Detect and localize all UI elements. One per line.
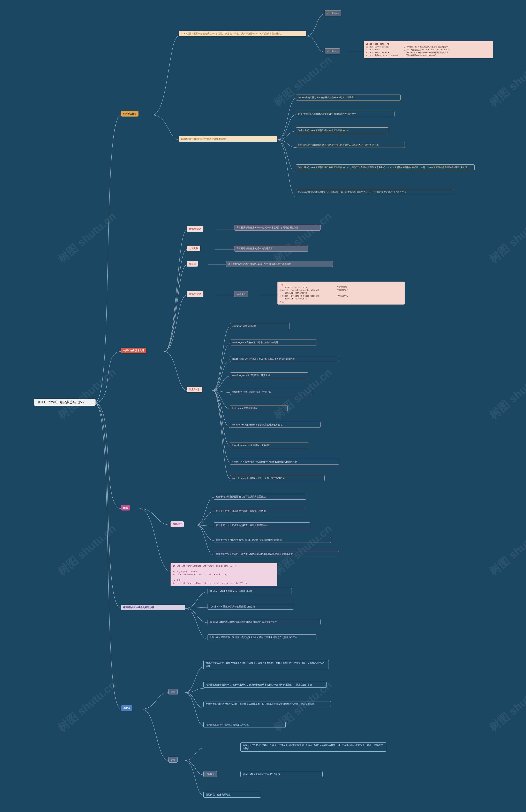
node-sizeof-code: Sales_data data, *p; sizeof(Sales_data);… — [364, 41, 493, 58]
node-compiler-s3[interactable]: 将 inline 函数的输入参数和返回值映射到调用方法的局部变量空间中 — [207, 619, 321, 625]
node-con-3[interactable]: 是否内联，程序员不可控 — [203, 792, 261, 798]
node-pro-2[interactable]: 内联函数相比宏函数来说，在代码展开时，会做安全检查或自动类型转换（同普通函数），… — [203, 682, 327, 688]
node-exc-invalid[interactable]: invalid_argument 逻辑错误：无效参数 — [230, 442, 308, 448]
node-proscons[interactable]: 优缺点 — [121, 705, 132, 711]
node-inline-3[interactable]: 相当于宏，却比宏多了类型检查，真正具有函数特性 — [214, 522, 310, 528]
node-sizeof-r6[interactable]: 对string对象或vector对象执行sizeof运算只返回该类型固定部分的大… — [296, 189, 454, 195]
node-compiler-s4[interactable]: 如果 inline 函数有多个返回点，将其转变为 inline 函数代码块末尾的… — [207, 635, 317, 640]
node-inline[interactable]: 内联函数 — [171, 521, 184, 527]
node-inline-2[interactable]: 相当于不用执行进入函数的步骤，直接执行函数体 — [214, 508, 306, 514]
watermark: 树图 shutu.cn — [55, 521, 119, 579]
node-con-2[interactable]: inline 函数无法随着函数库升级而升级 — [240, 771, 323, 777]
watermark: 树图 shutu.cn — [486, 521, 526, 579]
watermark: 树图 shutu.cn — [55, 209, 119, 266]
watermark: 树图 shutu.cn — [486, 53, 526, 110]
node-exc-exception[interactable]: exception 最常见的问题 — [230, 323, 290, 329]
node-tryblock-desc[interactable]: 异常处理部分使用try语句块处理异常 — [234, 246, 308, 251]
node-exc-range2[interactable]: out_of_range 逻辑错误：使用一个超出有效范围的值 — [230, 475, 325, 481]
watermark: 树图 shutu.cn — [486, 365, 526, 423]
node-sizeof-r4[interactable]: 对解引用指针执行sizeof运算得到指针指向的对象所占空间的大小，指针不需有效 — [296, 142, 405, 148]
watermark: 树图 shutu.cn — [271, 521, 335, 579]
node-throw-expr2[interactable]: throw表达式 — [187, 291, 203, 297]
node-exc-domain[interactable]: domain_error 逻辑错误：参数对应的结果值不存在 — [230, 422, 321, 428]
node-compiler-s1[interactable]: 将 inline 函数体复制到 inline 函数调用点处 — [207, 588, 292, 594]
node-exc-runtime[interactable]: runtime_error 只有在运行时才能检测出的问题 — [230, 339, 317, 346]
node-inline-4[interactable]: 编译器一般不内联包含循环、递归、switch 等复杂操作的内联函数 — [214, 537, 331, 543]
watermark: 树图 shutu.cn — [55, 678, 119, 735]
root-node[interactable]: 《C++ Primer》知识点总结（四） — [34, 399, 96, 406]
node-pro-1[interactable]: 内联函数同宏函数一样将在被调用处进行代码展开，省去了参数压栈、栈帧开辟与回收、结… — [203, 660, 329, 669]
watermark: 树图 shutu.cn — [271, 209, 335, 266]
node-sizeof-r3[interactable]: 对指针执行sizeof运算得到指针本身所占空间的大小 — [296, 127, 388, 133]
node-sizeof-desc[interactable]: sizeof运算符返回一条表达式或一个类型名字所占的字节数，其所得值是一个siz… — [179, 31, 306, 37]
node-excclass-desc[interactable]: 用于在throw表达式和相关的catch子句之间传递异常的具体信息 — [226, 261, 333, 267]
node-sizeof[interactable]: sizeof运算符 — [121, 111, 138, 117]
node-cons[interactable]: 缺点 — [169, 757, 177, 763]
node-try-code: try{ program-statements //正常逻辑 } catch (… — [277, 281, 405, 305]
node-exc-range[interactable]: range_error 运行时错误：生成的结果超出了有意义的值域范围 — [230, 356, 339, 362]
node-common-exc[interactable]: 常见异常类 — [187, 387, 202, 392]
node-throw-expr-desc[interactable]: 异常检测部分使用throw表达式来表示它遇到了无法处理的问题 — [234, 224, 321, 231]
node-excclass[interactable]: 异常类 — [187, 261, 198, 266]
node-exc-underflow[interactable]: underflow_error 运行时错误：计算下溢 — [230, 389, 312, 395]
node-sizeof-r2[interactable]: 对引用类型执行sizeof运算得到被引用对象所占空间的大小 — [296, 111, 394, 117]
mindmap-canvas: 树图 shutu.cn 树图 shutu.cn 树图 shutu.cn 树图 s… — [0, 0, 526, 812]
node-throw-expr[interactable]: throw表达式 — [187, 226, 203, 232]
watermark: 树图 shutu.cn — [271, 53, 335, 110]
watermark: 树图 shutu.cn — [55, 365, 119, 423]
node-sizeof-r1[interactable]: 对char或者类型为char的表达式执行sizeof运算，结果得1 — [296, 95, 401, 101]
node-inline-code: inline int functionName(int first, int s… — [171, 563, 277, 586]
watermark: 树图 shutu.cn — [486, 209, 526, 266]
node-try[interactable]: try语句块和异常处理 — [121, 348, 146, 353]
node-compiler-s2[interactable]: 为所用 inline 函数中的局部变量分配内存空间 — [207, 604, 294, 610]
node-pro-4[interactable]: 内联函数在运行时可调试，而宏定义不可以 — [203, 722, 286, 728]
node-sizeof-type[interactable]: sizeof(type) — [325, 10, 341, 16]
node-inline-5[interactable]: 在类声明中定义的函数，除了虚函数的其他函数都会自动隐式地当成内联函数 — [214, 551, 339, 557]
node-exc-length[interactable]: length_error 逻辑错误：试图创建一个超出该类型最大长度的对象 — [230, 459, 339, 465]
node-sizeof-r5[interactable]: 对数组执行sizeof运算得到整个数组所占空间的大小，等价于对数组中所有的元素各… — [296, 164, 474, 170]
watermark: 树图 shutu.cn — [486, 678, 526, 735]
node-con-1[interactable]: 内联是以代码膨胀（复制）为代价，消除函数调用带来的开销。如果执行函数体内代码的时… — [240, 742, 386, 752]
node-exc-overflow[interactable]: overflow_error 运行时错误：计算上溢 — [230, 373, 308, 378]
node-tryblock[interactable]: try语句块 — [187, 246, 200, 251]
node-sizeof-expr[interactable]: sizeof expr — [325, 48, 340, 54]
node-tryblock2[interactable]: try语句块 — [234, 291, 248, 297]
node-con-code-bloat[interactable]: 代码膨胀 — [203, 771, 217, 777]
node-pros[interactable]: 优点 — [169, 689, 177, 695]
node-inline-1[interactable]: 相当于把内联函数里面的内容写在调用内联函数处 — [214, 494, 306, 499]
node-pro-3[interactable]: 在类中声明同时定义的成员函数，自动转化为内联函数，因此内联函数可以访问类的成员变… — [203, 701, 331, 707]
node-compiler[interactable]: 编译器对inline函数的处理步骤 — [121, 605, 185, 610]
node-exc-logic[interactable]: logic_error 程序逻辑错误 — [230, 405, 288, 411]
node-func[interactable]: 函数 — [121, 505, 130, 510]
node-sizeof-result[interactable]: sizeof运算符的结果部分地依赖于其作用的类型 — [179, 136, 277, 142]
